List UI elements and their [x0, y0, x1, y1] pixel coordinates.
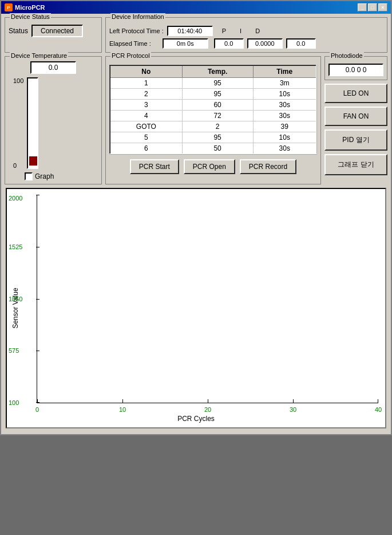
- col-temp: Temp.: [182, 65, 253, 78]
- elapsed-value: 0m 0s: [163, 38, 208, 49]
- pcr-open-button[interactable]: PCR Open: [184, 159, 235, 174]
- status-value: Connected: [31, 25, 83, 37]
- main-window: P MicroPCR _ □ × Device Status Status Co…: [0, 0, 392, 435]
- col-no: No: [110, 65, 182, 78]
- graph-checkbox[interactable]: [25, 172, 33, 180]
- chart-plot: 2000 1525 1050 575 100 0 10 20 30: [37, 195, 378, 403]
- y-axis-label: Sensor Value: [11, 288, 19, 328]
- status-row: Status Connected: [9, 25, 98, 37]
- x-tick-0: 0: [35, 406, 39, 413]
- device-status-group: Device Status Status Connected: [5, 17, 102, 53]
- pcr-table: No Temp. Time 1953m29510s36030s47230sGOT…: [109, 65, 317, 155]
- cell-temp-3: 72: [182, 111, 253, 121]
- table-row: 59510s: [110, 132, 316, 143]
- pcr-protocol-label: PCR Protocol: [110, 52, 151, 59]
- pid-button[interactable]: PID 열기: [324, 129, 387, 151]
- photodiode-value: 0.0 0 0: [328, 64, 383, 76]
- y-tick-1050: 1050: [9, 296, 22, 302]
- cell-no-3: 4: [110, 111, 182, 121]
- graph-checkbox-row: Graph: [9, 172, 98, 180]
- cell-temp-1: 95: [182, 89, 253, 100]
- table-row: 29510s: [110, 89, 316, 100]
- table-row: 1953m: [110, 78, 316, 89]
- cell-time-3: 30s: [253, 111, 316, 121]
- title-bar-left: P MicroPCR: [5, 3, 45, 11]
- y-tick-mark-2000: [36, 195, 39, 195]
- status-text-label: Status: [9, 27, 28, 35]
- cell-time-2: 30s: [253, 100, 316, 111]
- y-tick-1525: 1525: [9, 243, 22, 250]
- d-value[interactable]: 0.0: [286, 38, 316, 49]
- table-row: 36030s: [110, 100, 316, 111]
- device-info-label: Device Information: [110, 13, 165, 20]
- table-row: GOTO239: [110, 121, 316, 132]
- y-tick-mark-1525: [36, 247, 39, 247]
- main-content: Device Status Status Connected Device In…: [1, 14, 391, 434]
- i-label: I: [240, 27, 241, 34]
- x-tick-40: 40: [375, 406, 382, 413]
- cell-no-2: 3: [110, 100, 182, 111]
- left-protocol-value: 01:40:40: [167, 26, 213, 36]
- elapsed-label: Elapsed Time :: [109, 40, 151, 47]
- top-row: Device Status Status Connected Device In…: [5, 17, 387, 53]
- cell-temp-0: 95: [182, 78, 253, 89]
- cell-temp-4: 2: [182, 121, 253, 132]
- device-status-label: Device Status: [10, 13, 51, 20]
- photodiode-group: Photodiode 0.0 0 0: [324, 56, 387, 80]
- d-label: D: [255, 27, 260, 34]
- table-row: 65030s: [110, 143, 316, 155]
- y-tick-mark-1050: [36, 299, 39, 300]
- pcr-record-button[interactable]: PCR Record: [240, 159, 296, 174]
- cell-temp-2: 60: [182, 100, 253, 111]
- x-axis-label: PCR Cycles: [7, 415, 385, 423]
- y-tick-2000: 2000: [9, 195, 22, 202]
- side-buttons: LED ON FAN ON PID 열기 그래프 닫기: [324, 84, 387, 175]
- p-label: P: [222, 27, 226, 34]
- maximize-button[interactable]: □: [368, 3, 377, 11]
- i-value[interactable]: 0.0000: [247, 38, 283, 49]
- cell-time-5: 10s: [253, 132, 316, 143]
- close-button[interactable]: ×: [378, 3, 387, 11]
- cell-no-4: GOTO: [110, 121, 182, 132]
- cell-no-0: 1: [110, 78, 182, 89]
- cell-no-1: 2: [110, 89, 182, 100]
- col-time: Time: [253, 65, 316, 78]
- gauge-labels: 100 0: [13, 77, 23, 169]
- x-tick-30: 30: [290, 406, 296, 413]
- gauge-min-label: 0: [13, 162, 23, 169]
- fan-on-button[interactable]: FAN ON: [324, 107, 387, 126]
- chart-area: Sensor Value 2000 1525 1050 575 100 0 10: [6, 188, 386, 428]
- photodiode-label: Photodiode: [330, 52, 364, 59]
- cell-temp-6: 50: [182, 143, 253, 155]
- y-tick-mark-100: [36, 402, 39, 403]
- title-controls: _ □ ×: [358, 3, 387, 11]
- device-temp-label: Device Temperature: [10, 52, 68, 59]
- cell-time-6: 30s: [253, 143, 316, 155]
- x-tick-mark-10: [122, 399, 123, 403]
- temp-display: 0.0: [30, 61, 76, 74]
- device-info-group: Device Information Left Protocol Time : …: [105, 17, 387, 53]
- minimize-button[interactable]: _: [358, 3, 367, 11]
- cell-temp-5: 95: [182, 132, 253, 143]
- graph-close-button[interactable]: 그래프 닫기: [324, 154, 387, 175]
- cell-time-0: 3m: [253, 78, 316, 89]
- pcr-protocol-group: PCR Protocol No Temp. Time 1953m29510s36…: [105, 56, 321, 184]
- x-tick-mark-0: [37, 399, 38, 403]
- gauge-indicator: [29, 156, 38, 166]
- x-tick-mark-30: [293, 399, 294, 403]
- cell-time-1: 10s: [253, 89, 316, 100]
- y-tick-mark-575: [36, 351, 39, 351]
- y-tick-100: 100: [9, 399, 19, 406]
- window-title: MicroPCR: [15, 4, 45, 11]
- pcr-start-button[interactable]: PCR Start: [130, 159, 179, 174]
- title-bar: P MicroPCR _ □ ×: [1, 1, 391, 14]
- y-axis-label-container: Sensor Value: [11, 288, 19, 328]
- table-row: 47230s: [110, 111, 316, 121]
- pcr-buttons: PCR Start PCR Open PCR Record: [109, 159, 317, 174]
- led-on-button[interactable]: LED ON: [324, 84, 387, 103]
- cell-no-5: 5: [110, 132, 182, 143]
- p-value[interactable]: 0.0: [214, 38, 244, 49]
- x-tick-10: 10: [119, 406, 126, 413]
- graph-checkbox-label: Graph: [35, 172, 54, 180]
- left-protocol-label: Left Protocol Time :: [109, 27, 164, 34]
